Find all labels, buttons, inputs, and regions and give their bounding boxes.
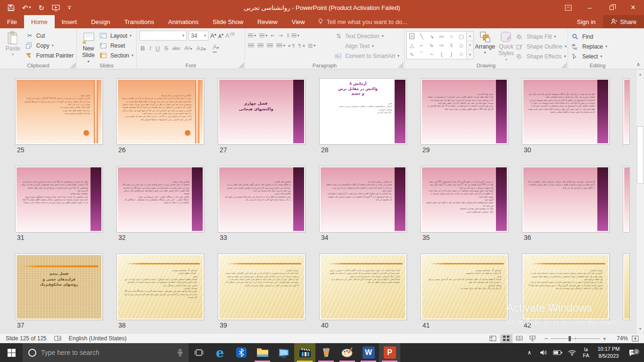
shape-option-icon[interactable]: }: [451, 52, 453, 57]
slide-thumbnail-partial[interactable]: [623, 254, 629, 320]
text-shadow-button[interactable]: abc: [173, 46, 180, 51]
paste-button[interactable]: Paste▾: [2, 30, 24, 57]
shape-option-icon[interactable]: ⇩: [449, 43, 454, 48]
slide-thumbnail[interactable]: با بررسی گزارش ها را بر عهده گیرند اگر ت…: [421, 166, 508, 232]
decrease-font-icon[interactable]: A▾: [218, 33, 223, 39]
paragraph-dialog-launcher[interactable]: [398, 63, 403, 68]
scroll-down-icon[interactable]: ▼: [637, 325, 644, 333]
zoom-in-icon[interactable]: +: [603, 335, 606, 342]
ribbon-display-options-button[interactable]: [557, 0, 579, 15]
font-name-combo[interactable]: ▾: [140, 31, 187, 41]
reset-button[interactable]: Reset: [98, 41, 135, 50]
shape-option-icon[interactable]: ∿: [410, 52, 414, 57]
taskbar-edge-button[interactable]: e: [209, 343, 231, 362]
copy-button[interactable]: Copy▾: [24, 41, 75, 50]
slide-thumbnail[interactable]: بلکه باید نسبت به هیجانهایی که قبلاً تجر…: [16, 166, 102, 232]
align-center-icon[interactable]: [257, 43, 264, 48]
slide-thumbnail[interactable]: آزمایش 3 واکنش در مقابل ترس و خشم هدف : …: [320, 79, 406, 144]
shape-option-icon[interactable]: ⇨: [439, 43, 444, 48]
shape-option-icon[interactable]: △: [410, 43, 413, 48]
increase-indent-icon[interactable]: ⇥: [278, 33, 282, 39]
find-button[interactable]: Find: [570, 32, 609, 41]
justify-icon[interactable]: ▾: [276, 43, 285, 48]
action-center-button[interactable]: 2: [624, 349, 641, 357]
task-view-button[interactable]: [189, 343, 209, 362]
italic-button[interactable]: I: [149, 44, 151, 52]
quick-styles-button[interactable]: Quick Styles▾: [496, 30, 516, 62]
text-direction-button[interactable]: ⇅Text Direction▾: [335, 31, 399, 41]
slide-thumbnail[interactable]: واکنش های کلامی : به هنگام هیجان غیر از …: [218, 166, 305, 232]
shape-option-icon[interactable]: ∼: [429, 52, 434, 57]
microphone-icon[interactable]: [177, 349, 183, 357]
shape-option-icon[interactable]: {: [441, 52, 443, 57]
taskbar-winamp-button[interactable]: [315, 343, 337, 362]
wifi-icon[interactable]: [565, 350, 579, 356]
customize-qat-button[interactable]: ▾: [67, 6, 71, 9]
start-button[interactable]: [0, 343, 23, 362]
shape-option-icon[interactable]: ╲: [420, 34, 423, 39]
font-size-combo[interactable]: 34▾: [189, 31, 208, 41]
tab-file[interactable]: File: [0, 15, 24, 28]
font-dialog-launcher[interactable]: [239, 63, 244, 68]
tab-view[interactable]: View: [285, 15, 312, 28]
undo-button[interactable]: ↶▾: [22, 4, 31, 11]
taskbar-media-player-button[interactable]: [294, 343, 315, 362]
slide-thumbnail[interactable]: روش تهیه گزارش : یک تا چهار هفته قبل از …: [421, 79, 508, 144]
start-slideshow-icon[interactable]: [52, 4, 60, 11]
tab-review[interactable]: Review: [250, 15, 285, 28]
shape-fill-button[interactable]: Shape Fill▾: [516, 32, 567, 41]
zoom-slider[interactable]: [551, 338, 600, 339]
sign-in-button[interactable]: Sign in: [570, 18, 603, 25]
layout-button[interactable]: Layout▾: [98, 31, 135, 41]
slide-thumbnail[interactable]: روش آزمایش : ابتدا ناحیه ای از دست آزمود…: [218, 254, 305, 320]
volume-icon[interactable]: [537, 349, 551, 356]
shape-option-icon[interactable]: ⌐: [420, 43, 423, 48]
clipboard-dialog-launcher[interactable]: [70, 63, 75, 68]
zoom-slider-thumb[interactable]: [569, 336, 571, 341]
strikethrough-button[interactable]: S: [164, 45, 168, 52]
tray-chevron-icon[interactable]: ∧: [522, 349, 537, 356]
shape-option-icon[interactable]: ☆: [459, 52, 464, 57]
slide-thumbnail-partial[interactable]: [623, 166, 629, 232]
numbering-icon[interactable]: ▾: [259, 33, 267, 38]
slide-thumbnail-partial[interactable]: [623, 79, 629, 144]
bullets-icon[interactable]: ▾: [248, 33, 256, 38]
scroll-up-icon[interactable]: ▲: [637, 70, 644, 78]
tab-home[interactable]: Home: [24, 15, 55, 28]
tab-transitions[interactable]: Transitions: [117, 15, 161, 28]
cut-button[interactable]: ✂Cut: [24, 31, 75, 41]
shape-option-icon[interactable]: ○: [450, 34, 453, 39]
reading-view-icon[interactable]: [513, 334, 526, 343]
font-color-button[interactable]: A▾: [213, 43, 219, 53]
gallery-scroll-up-icon[interactable]: ▲: [467, 32, 473, 41]
slide-thumbnail[interactable]: گروه سوم : فهرست نوع واکنش های حرکتی و ف…: [522, 166, 609, 232]
increase-font-icon[interactable]: A▴: [210, 32, 216, 39]
slide-thumbnail[interactable]: فصل چهارم واکنشهای هیجانی: [218, 79, 305, 144]
taskbar-paint-button[interactable]: [337, 343, 358, 362]
align-left-icon[interactable]: [248, 43, 254, 48]
zoom-level[interactable]: 74%: [612, 335, 628, 342]
new-slide-button[interactable]: New Slide▾: [79, 30, 98, 64]
scrollbar-thumb[interactable]: [637, 126, 644, 184]
shape-option-icon[interactable]: ↳: [429, 43, 434, 48]
format-painter-button[interactable]: Format Painter: [24, 50, 75, 60]
shape-option-icon[interactable]: ⌒: [419, 52, 424, 57]
minimize-button[interactable]: –: [579, 0, 601, 15]
battery-icon[interactable]: [551, 350, 565, 355]
slide-thumbnail[interactable]: اثر هیجان بر سایر زمینه ها : هیجان می تو…: [320, 166, 406, 232]
decrease-indent-icon[interactable]: ⇤: [271, 33, 275, 39]
shape-option-icon[interactable]: ▭: [439, 34, 444, 39]
shape-outline-button[interactable]: Shape Outline▾: [516, 41, 567, 51]
slide-thumbnail[interactable]: آزمایش 5 . حساسیت پوستی 2. آستانه دو نقط…: [421, 254, 508, 320]
language-indicator[interactable]: English (United States): [69, 335, 127, 342]
replace-button[interactable]: abacReplace▾: [570, 41, 609, 51]
slide-thumbnail[interactable]: د)کارایی کل آزمودنی در هر مرحله برای به …: [117, 79, 204, 144]
restore-button[interactable]: [601, 0, 622, 15]
tab-slideshow[interactable]: Slide Show: [206, 15, 250, 28]
slide-sorter-view-icon[interactable]: [500, 334, 512, 343]
slide-thumbnail[interactable]: تحلیل نتایج : کارایی آزمودنی را در هر یک…: [16, 79, 102, 144]
shape-effects-button[interactable]: Shape Effects▾: [516, 51, 567, 61]
collapse-ribbon-icon[interactable]: ∧: [636, 61, 640, 67]
taskbar-powerpoint-button[interactable]: P: [379, 343, 400, 362]
underline-button[interactable]: U: [156, 45, 160, 52]
